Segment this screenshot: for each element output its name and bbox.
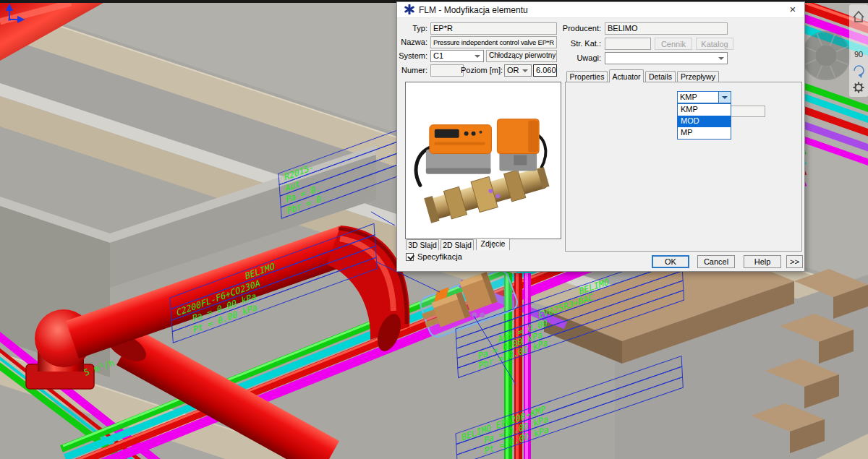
numer-label: Numer: <box>397 66 427 74</box>
dropdown-item-mp[interactable]: MP <box>678 127 731 139</box>
specyfikacja-label: Specyfikacja <box>417 252 462 261</box>
product-image-preview <box>405 82 561 239</box>
dialog-title: FLM - Modyfikacja elementu <box>419 5 528 15</box>
nazwa-field[interactable]: Pressure independent control valve EP*R <box>430 36 557 48</box>
belimo-valve-product-image <box>406 82 561 239</box>
preview-tab-zdjecie[interactable]: Zdjęcie <box>476 238 510 250</box>
dropdown-item-kmp[interactable]: KMP <box>678 104 731 116</box>
application-window: R2015- Aut Pa = 0. Pbr = 0. BELIMO C2200… <box>0 0 868 459</box>
system-desc-field: Chłodzący pierwotny <box>486 50 557 62</box>
type-of-actuator-combo[interactable]: KMP <box>677 91 731 103</box>
tab-actuator[interactable]: Actuator <box>609 69 644 82</box>
actuator-dropdown-list: KMP MOD MP <box>677 103 731 140</box>
poziom-label: Poziom [m]: <box>461 66 503 74</box>
check-icon <box>407 253 414 260</box>
ok-button[interactable]: OK <box>652 255 689 268</box>
tab-przeplywy[interactable]: Przepływy <box>677 71 719 82</box>
cennik-button[interactable]: Cennik <box>655 38 692 50</box>
expand-button[interactable]: >> <box>786 255 803 268</box>
navigation-wheel[interactable] <box>801 31 851 80</box>
tab-details[interactable]: Details <box>645 71 676 82</box>
poziom-ref-value: OR <box>507 66 519 74</box>
uwagi-label: Uwagi: <box>549 53 601 62</box>
specyfikacja-checkbox[interactable] <box>406 253 414 261</box>
strkat-label: Str. Kat.: <box>549 39 601 48</box>
dropdown-item-mod[interactable]: MOD <box>678 116 731 127</box>
strkat-field[interactable] <box>605 38 651 50</box>
preview-tab-2d-slajd[interactable]: 2D Slajd <box>441 239 474 250</box>
poziom-ref-combo[interactable]: OR <box>504 64 532 77</box>
producent-field[interactable]: BELIMO <box>605 22 728 35</box>
typ-label: Typ: <box>397 24 427 33</box>
chevron-down-icon <box>475 55 480 58</box>
numer-field[interactable] <box>430 64 464 77</box>
help-button[interactable]: Help <box>744 255 781 268</box>
combo-arrow-button[interactable] <box>718 92 731 103</box>
chevron-down-icon <box>718 57 724 60</box>
chevron-down-icon <box>522 69 528 72</box>
dialog-titlebar[interactable]: FLM - Modyfikacja elementu × <box>397 2 804 18</box>
nazwa-label: Nazwa: <box>397 38 427 46</box>
chevron-down-icon <box>722 96 728 99</box>
system-combo-value: C1 <box>433 51 443 60</box>
dialog-flm-modyfikacja-elementu: FLM - Modyfikacja elementu × Typ: EP*R N… <box>396 1 805 272</box>
typ-field[interactable]: EP*R <box>430 22 557 35</box>
close-icon[interactable]: × <box>786 3 800 16</box>
system-combo[interactable]: C1 <box>430 50 484 62</box>
tab-properties[interactable]: Properties <box>566 71 608 82</box>
uwagi-combo[interactable] <box>605 52 728 64</box>
cancel-button[interactable]: Cancel <box>697 255 735 268</box>
navigation-toolbar[interactable]: 90 <box>849 4 868 97</box>
katalog-button[interactable]: Katalog <box>696 38 733 50</box>
flm-app-icon <box>404 4 414 14</box>
producent-label: Producent: <box>549 24 601 33</box>
type-of-actuator-value: KMP <box>680 93 697 101</box>
poziom-value-field[interactable]: 6.060 <box>533 64 557 77</box>
system-label: System: <box>397 51 427 60</box>
preview-tab-3d-slajd[interactable]: 3D Slajd <box>406 239 439 250</box>
rotation-angle-value: 90 <box>854 50 863 59</box>
